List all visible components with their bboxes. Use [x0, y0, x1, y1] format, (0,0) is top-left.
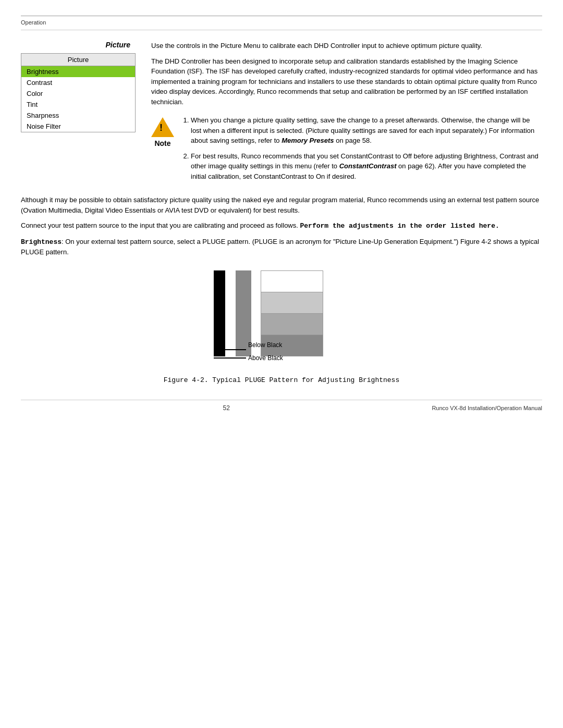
left-panel-title: Picture — [21, 41, 136, 49]
perform-adjustments-text: Perform the adjustments in the order lis… — [300, 222, 499, 230]
note-item-1: When you change a picture quality settin… — [191, 115, 542, 146]
note-content: When you change a picture quality settin… — [180, 115, 542, 187]
brightness-desc: : On your external test pattern source, … — [21, 238, 539, 256]
page: Operation Picture Picture Brightness Con… — [0, 16, 563, 728]
menu-item-contrast[interactable]: Contrast — [21, 77, 135, 88]
note-box: Note When you change a picture quality s… — [151, 115, 542, 187]
menu-item-tint[interactable]: Tint — [21, 99, 135, 110]
operation-label: Operation — [21, 19, 542, 26]
memory-presets-ref: Memory Presets — [282, 137, 334, 144]
bracket-top — [219, 340, 220, 344]
page-number: 52 — [21, 404, 432, 412]
constant-contrast-ref: ConstantContrast — [339, 162, 397, 170]
menu-item-sharpness[interactable]: Sharpness — [21, 110, 135, 121]
para1: Use the controls in the Picture Menu to … — [151, 41, 542, 51]
connect-text: Connect your test pattern source to the … — [21, 221, 300, 229]
gray-square-2 — [261, 292, 323, 314]
para-brightness: Brightness: On your external test patter… — [21, 237, 542, 257]
bottom-section: Although it may be possible to obtain sa… — [21, 195, 542, 384]
menu-item-color[interactable]: Color — [21, 88, 135, 99]
content-area: Picture Picture Brightness Contrast Colo… — [21, 41, 542, 195]
pluge-diagram: Below Black Above Black — [193, 263, 370, 372]
note-icon: Note — [151, 117, 174, 147]
menu-item-noise-filter[interactable]: Noise Filter — [21, 121, 135, 132]
arrow-down-right — [214, 344, 220, 350]
menu-item-brightness[interactable]: Brightness — [21, 66, 135, 77]
footer-manual-title: Runco VX-8d Installation/Operation Manua… — [432, 405, 542, 411]
note-label: Note — [154, 139, 170, 147]
bracket-row — [214, 344, 246, 350]
above-black-label: Above Black — [248, 354, 283, 362]
left-panel: Picture Picture Brightness Contrast Colo… — [21, 41, 136, 195]
right-panel: Use the controls in the Picture Menu to … — [151, 41, 542, 195]
warning-triangle-icon — [151, 117, 174, 137]
below-black-bracket — [214, 340, 246, 350]
horizontal-line-above — [214, 357, 246, 359]
note-item-2: For best results, Runco recommends that … — [191, 151, 542, 182]
para-connect: Connect your test pattern source to the … — [21, 220, 542, 231]
para-external-source: Although it may be possible to obtain sa… — [21, 195, 542, 215]
gray-square-1 — [261, 271, 323, 292]
gray-square-3 — [261, 314, 323, 335]
top-bar: Operation — [21, 16, 542, 26]
menu-header: Picture — [21, 54, 135, 66]
separator-line — [21, 30, 542, 30]
menu-box: Picture Brightness Contrast Color Tint S… — [21, 53, 136, 132]
figure-caption: Figure 4-2. Typical PLUGE Pattern for Ad… — [21, 376, 542, 384]
footer: 52 Runco VX-8d Installation/Operation Ma… — [21, 400, 542, 412]
para2: The DHD Controller has been designed to … — [151, 56, 542, 107]
note-list: When you change a picture quality settin… — [180, 115, 542, 181]
brightness-heading: Brightness — [21, 238, 62, 246]
above-black-indicator: Above Black — [214, 354, 283, 362]
horizontal-line-below — [220, 349, 246, 350]
below-black-indicator: Below Black — [214, 340, 282, 350]
below-black-label: Below Black — [248, 341, 282, 349]
